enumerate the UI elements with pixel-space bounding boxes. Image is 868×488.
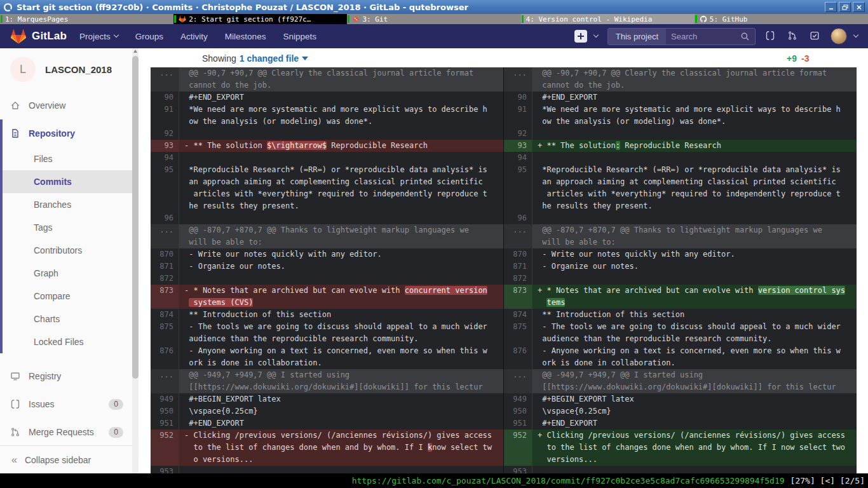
line-number[interactable]: 870: [151, 248, 179, 261]
sidebar-item-files[interactable]: Files: [3, 147, 139, 170]
line-number[interactable]: 93: [504, 140, 532, 152]
line-number[interactable]: 91: [151, 104, 179, 128]
merge-requests-icon[interactable]: [787, 30, 799, 42]
code-line: *We need are more systematic and more ex…: [184, 104, 503, 116]
code-cell: #+END_EXPORT: [532, 92, 857, 104]
sidebar-item-graph[interactable]: Graph: [3, 262, 139, 285]
nav-item-snippets[interactable]: Snippets: [283, 32, 316, 41]
nav-item-projects[interactable]: Projects: [79, 32, 118, 41]
line-number[interactable]: 95: [504, 164, 532, 212]
line-number[interactable]: 871: [504, 261, 532, 273]
code-line: - Anyone working on a text is concerned,…: [538, 345, 857, 357]
search-scope[interactable]: This project: [608, 29, 666, 44]
line-number[interactable]: 96: [151, 212, 179, 224]
line-number[interactable]: 950: [504, 405, 532, 417]
line-number[interactable]: 953: [151, 466, 179, 473]
line-number[interactable]: 949: [504, 393, 532, 405]
line-number[interactable]: 92: [151, 128, 179, 140]
sidebar-item-overview[interactable]: Overview: [0, 92, 139, 119]
sidebar-item-registry[interactable]: Registry: [0, 362, 139, 390]
line-number[interactable]: 95: [151, 164, 179, 212]
issues-icon[interactable]: [765, 30, 776, 42]
line-number[interactable]: 950: [151, 405, 179, 417]
code-line: @@ -870,7 +870,7 @@ Thanks to lightweigh…: [184, 224, 503, 236]
tab-2[interactable]: 2: Start git section (ff927c…: [173, 14, 347, 24]
sidebar-item-contributors[interactable]: Contributors: [3, 239, 139, 262]
diff-pane-new: 952+ Clicking /previous versions/ (/anci…: [503, 430, 857, 466]
line-number[interactable]: 96: [504, 212, 532, 224]
collapse-sidebar-button[interactable]: « Collapse sidebar: [0, 445, 132, 473]
sidebar-scrollbar-thumb[interactable]: [132, 56, 139, 379]
code-line: cannot do the job.: [184, 79, 503, 92]
line-number[interactable]: 875: [151, 321, 179, 345]
line-number[interactable]: 949: [151, 393, 179, 405]
sidebar-item-merge-requests[interactable]: Merge Requests0: [0, 418, 139, 446]
tab-5[interactable]: 5: GitHub: [695, 14, 868, 24]
sidebar-item-branches[interactable]: Branches: [3, 193, 139, 216]
code-line: - Clicking /previous versions/ (/ancienn…: [184, 430, 503, 442]
line-number[interactable]: 94: [151, 152, 179, 164]
tab-3[interactable]: 3: Git: [347, 14, 520, 24]
nav-item-milestones[interactable]: Milestones: [225, 32, 266, 41]
line-number[interactable]: ...: [151, 67, 179, 92]
diff-pane-new: 875 - The tools we are going to discuss …: [503, 321, 857, 345]
sidebar-item-repository[interactable]: Repository: [3, 119, 139, 147]
qutebrowser-window: Start git section (ff927c0b) · Commits ·…: [0, 0, 868, 488]
line-number[interactable]: 872: [504, 273, 532, 285]
line-number[interactable]: 873: [151, 285, 179, 309]
user-menu[interactable]: [831, 28, 858, 44]
line-number[interactable]: 875: [504, 321, 532, 345]
line-number[interactable]: 90: [151, 92, 179, 104]
nav-item-groups[interactable]: Groups: [135, 32, 163, 41]
line-number[interactable]: 951: [151, 417, 179, 430]
line-number[interactable]: 876: [151, 345, 179, 369]
diff-pane-old: ... @@ -870,7 +870,7 @@ Thanks to lightw…: [151, 224, 503, 248]
sidebar-scrollbar[interactable]: [132, 48, 139, 473]
line-number[interactable]: ...: [151, 224, 179, 248]
sidebar-item-tags[interactable]: Tags: [3, 216, 139, 239]
code-cell: [179, 466, 503, 473]
line-number[interactable]: 952: [504, 430, 532, 466]
new-menu[interactable]: [574, 30, 598, 43]
line-number[interactable]: 91: [504, 104, 532, 128]
changed-files-dropdown[interactable]: 1 changed file: [240, 53, 308, 64]
sidebar-item-commits[interactable]: Commits: [3, 170, 139, 193]
line-number[interactable]: 951: [504, 417, 532, 430]
diff-row: 9696: [151, 212, 857, 224]
line-number[interactable]: 873: [504, 285, 532, 309]
maximize-button[interactable]: [839, 2, 851, 12]
project-header[interactable]: L LASCON_2018: [0, 48, 139, 89]
sidebar-item-charts[interactable]: Charts: [3, 308, 139, 330]
line-number[interactable]: 94: [504, 152, 532, 164]
search-input[interactable]: [671, 32, 735, 41]
sidebar-item-issues[interactable]: Issues0: [0, 390, 139, 418]
sidebar-item-compare[interactable]: Compare: [3, 285, 139, 308]
line-number[interactable]: 874: [151, 309, 179, 321]
close-button[interactable]: [853, 2, 865, 12]
tab-1[interactable]: 1: MarquesPages: [0, 14, 173, 24]
line-number[interactable]: 871: [151, 261, 179, 273]
line-number[interactable]: 953: [504, 466, 532, 473]
line-number[interactable]: 872: [151, 273, 179, 285]
tab-4[interactable]: 4: Version control - Wikipedia: [521, 14, 695, 24]
line-number[interactable]: 90: [504, 92, 532, 104]
line-number[interactable]: 876: [504, 345, 532, 369]
main-content: Showing 1 changed file +9 -3 ... @@ -90,…: [139, 48, 868, 473]
line-number[interactable]: 92: [504, 128, 532, 140]
line-number[interactable]: 952: [151, 430, 179, 466]
diff-pane-new: 950 \vspace{0.25cm}: [503, 405, 857, 417]
line-number[interactable]: 870: [504, 248, 532, 261]
line-number[interactable]: ...: [504, 369, 532, 393]
todos-icon[interactable]: [810, 30, 821, 42]
line-number[interactable]: ...: [504, 67, 532, 92]
line-number[interactable]: ...: [151, 369, 179, 393]
sidebar-item-locked-files[interactable]: Locked Files: [3, 330, 139, 353]
minimize-button[interactable]: [825, 2, 837, 12]
line-number[interactable]: 874: [504, 309, 532, 321]
nav-item-activity[interactable]: Activity: [180, 32, 208, 41]
navbar-right: This project: [574, 28, 858, 45]
line-number[interactable]: ...: [504, 224, 532, 248]
line-number[interactable]: 93: [151, 140, 179, 152]
gitlab-brand[interactable]: GitLab: [10, 28, 67, 44]
sidebar-item-label: Branches: [34, 200, 71, 210]
